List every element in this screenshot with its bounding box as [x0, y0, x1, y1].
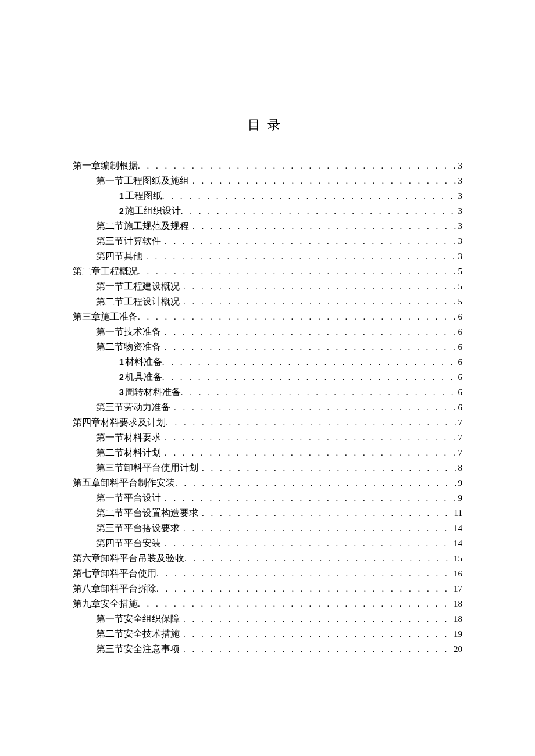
- toc-entry: 第三节计算软件3: [73, 234, 462, 249]
- toc-leader-dots: [138, 159, 456, 173]
- toc-leader-dots: [183, 612, 451, 626]
- toc-entry-page: 3: [456, 219, 463, 234]
- toc-entry-page: 5: [456, 280, 463, 294]
- toc-entry: 2施工组织设计3: [73, 203, 462, 218]
- toc-entry-page: 11: [452, 506, 462, 521]
- toc-entry-page: 16: [451, 567, 462, 581]
- toc-entry-label: 第二节物资准备: [96, 339, 165, 354]
- toc-entry-label: 第五章卸料平台制作安装: [73, 475, 175, 490]
- toc-entry-page: 20: [451, 642, 462, 657]
- toc-leader-dots: [146, 249, 456, 264]
- toc-entry-label: 第六章卸料平台吊装及验收: [73, 551, 184, 565]
- toc-entry-label: 第八章卸料平台拆除: [73, 581, 156, 596]
- toc-entry: 第二节物资准备6: [73, 339, 462, 354]
- toc-entry-label: 第四节平台安装: [96, 536, 165, 550]
- toc-entry-label: 2施工组织设计: [119, 203, 181, 218]
- toc-entry: 第三节安全注意事项20: [73, 642, 462, 657]
- toc-entry-page: 3: [456, 189, 463, 203]
- toc-entry-label: 第二节安全技术措施: [96, 626, 183, 641]
- toc-entry: 1材料准备6: [73, 354, 462, 370]
- toc-entry-page: 6: [456, 325, 463, 339]
- toc-entry-label: 第四章材料要求及计划: [73, 415, 166, 429]
- toc-entry-text: 机具准备: [125, 372, 162, 382]
- toc-leader-dots: [165, 536, 451, 551]
- toc-entry: 第九章安全措施18: [73, 596, 462, 611]
- toc-entry-label: 第二节平台设置构造要求: [96, 506, 202, 520]
- toc-entry-page: 3: [456, 249, 463, 264]
- toc-entry: 1工程图纸3: [73, 188, 462, 203]
- toc-entry-label: 第一节工程建设概况: [96, 279, 183, 293]
- toc-entry-label: 第三节计算软件: [96, 234, 165, 248]
- toc-leader-dots: [183, 627, 451, 642]
- toc-entry-number: 2: [119, 372, 124, 382]
- toc-entry-page: 9: [456, 491, 463, 506]
- toc-leader-dots: [138, 597, 451, 611]
- toc-entry-page: 7: [456, 431, 463, 445]
- toc-leader-dots: [165, 340, 456, 354]
- toc-leader-dots: [184, 551, 451, 566]
- toc-entry: 第一节工程图纸及施组3: [73, 173, 462, 188]
- toc-entry-page: 15: [451, 551, 462, 566]
- toc-entry-label: 第一章编制根据: [73, 158, 138, 173]
- toc-leader-dots: [174, 400, 456, 415]
- toc-entry-text: 施工组织设计: [125, 206, 181, 216]
- toc-entry: 第三节劳动力准备6: [73, 400, 462, 415]
- toc-entry: 第一节材料要求7: [73, 430, 462, 445]
- toc-entry-label: 第四节其他: [96, 249, 146, 263]
- toc-entry: 第三节平台搭设要求14: [73, 521, 462, 536]
- toc-entry: 第一节工程建设概况5: [73, 279, 462, 294]
- toc-entry: 2机具准备6: [73, 370, 462, 385]
- toc-container: 第一章编制根据3第一节工程图纸及施组31工程图纸32施工组织设计3第二节施工规范…: [73, 158, 462, 657]
- toc-entry-label: 第一节平台设计: [96, 490, 165, 505]
- toc-entry-label: 2机具准备: [119, 370, 162, 385]
- toc-entry: 第二章工程概况5: [73, 264, 462, 279]
- toc-leader-dots: [165, 325, 456, 339]
- toc-leader-dots: [175, 476, 456, 490]
- toc-entry-text: 工程图纸: [125, 191, 162, 200]
- toc-entry-page: 18: [451, 597, 462, 611]
- toc-entry: 第五章卸料平台制作安装9: [73, 475, 462, 490]
- toc-entry: 第四章材料要求及计划7: [73, 415, 462, 430]
- toc-entry-label: 3周转材料准备: [119, 385, 181, 400]
- toc-entry-label: 第三节安全注意事项: [96, 642, 183, 656]
- toc-entry-label: 第九章安全措施: [73, 596, 138, 611]
- toc-leader-dots: [183, 521, 451, 536]
- toc-leader-dots: [165, 234, 456, 249]
- toc-leader-dots: [138, 264, 456, 279]
- toc-entry-page: 3: [456, 159, 463, 173]
- toc-entry-label: 第三节卸料平台使用计划: [96, 460, 202, 475]
- toc-entry: 第三章施工准备6: [73, 309, 462, 324]
- toc-entry-page: 6: [456, 355, 463, 370]
- toc-entry-label: 第二节工程设计概况: [96, 294, 183, 309]
- toc-entry-page: 7: [456, 446, 463, 460]
- toc-leader-dots: [165, 491, 456, 506]
- toc-entry-label: 第三节平台搭设要求: [96, 521, 183, 535]
- toc-leader-dots: [192, 174, 456, 188]
- toc-entry-page: 8: [456, 461, 463, 475]
- toc-entry: 3周转材料准备6: [73, 385, 462, 400]
- toc-leader-dots: [165, 446, 456, 460]
- toc-leader-dots: [181, 385, 456, 400]
- toc-entry-page: 9: [456, 476, 463, 490]
- toc-entry-label: 第一节材料要求: [96, 430, 165, 445]
- toc-leader-dots: [162, 189, 456, 203]
- toc-leader-dots: [162, 355, 456, 370]
- toc-entry-label: 第二节材料计划: [96, 445, 165, 460]
- toc-leader-dots: [192, 219, 456, 234]
- toc-title: 目录: [73, 116, 462, 134]
- toc-leader-dots: [162, 370, 456, 385]
- toc-entry: 第二节材料计划7: [73, 445, 462, 460]
- toc-entry: 第一节平台设计9: [73, 490, 462, 506]
- toc-entry-page: 14: [451, 536, 462, 551]
- toc-entry: 第六章卸料平台吊装及验收15: [73, 551, 462, 566]
- toc-entry-label: 第二章工程概况: [73, 264, 138, 278]
- toc-leader-dots: [183, 295, 456, 309]
- toc-entry: 第二节施工规范及规程3: [73, 218, 462, 234]
- toc-entry: 第八章卸料平台拆除17: [73, 581, 462, 596]
- toc-entry: 第一章编制根据3: [73, 158, 462, 173]
- toc-entry-number: 1: [119, 191, 124, 200]
- toc-entry: 第二节工程设计概况5: [73, 294, 462, 309]
- toc-entry-number: 2: [119, 206, 124, 216]
- toc-leader-dots: [138, 310, 456, 324]
- toc-entry-page: 6: [456, 340, 463, 354]
